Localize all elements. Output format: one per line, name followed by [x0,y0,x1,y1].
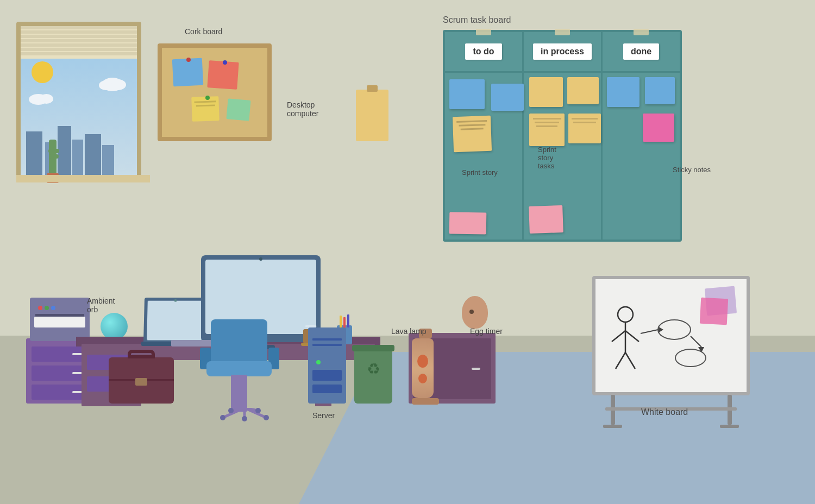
inprocess-label: in process [533,43,592,60]
server-stripe [312,344,342,346]
briefcase [109,357,174,404]
blind-slat [21,48,137,51]
blind-slat [21,43,137,47]
monitor-camera [259,257,262,261]
chair-back [211,319,267,363]
sticky-note-red [207,60,239,90]
svg-point-8 [228,408,234,413]
chair-pole [231,375,247,412]
svg-line-19 [691,336,701,347]
pushpin [186,58,191,62]
blind-slat [21,35,137,38]
trash-lid [352,345,394,351]
server-stripe [312,338,342,341]
wb-right-leg [720,395,739,428]
sticky-note [607,77,640,107]
blind-slat [21,30,137,34]
trash-can: ♻ [354,349,392,404]
printer-btn-green [45,306,49,310]
svg-point-5 [220,415,225,420]
egg-timer-eye [469,310,474,314]
tape-strip [634,29,649,35]
pencil [343,317,346,328]
sticky-note-green [226,98,250,121]
egg-timer-body [462,296,488,329]
sticky-note [491,84,524,111]
scrum-board-body [445,73,680,240]
scrum-board: to do in process done [443,30,682,242]
printer-btn-blue [51,306,55,310]
server-led [316,360,321,364]
printer-buttons [38,306,55,310]
svg-line-13 [625,331,639,342]
cork-board [158,43,272,141]
lava-lamp-body [412,338,434,398]
sticky-note-pink [529,205,563,234]
wb-left-leg [603,395,622,428]
briefcase-latch [135,378,147,386]
whiteboard-legs [603,395,739,428]
cactus-icon [47,137,59,175]
svg-line-14 [616,352,625,369]
server-drive [312,370,342,381]
sticky-note [645,77,675,104]
clipboard [356,90,388,141]
lava-lamp [412,329,439,405]
clipboard-clip [367,85,378,92]
svg-line-16 [641,330,658,333]
laptop-screen-inner [147,301,204,341]
cloud [99,75,131,91]
briefcase-handle [128,350,155,358]
scrum-col-todo-body [445,73,524,240]
egg-timer [462,296,489,331]
scrum-col-done-body [603,73,680,240]
sticky-note-blue [172,58,204,87]
tape-strip [555,29,570,35]
svg-point-21 [675,349,706,367]
sticky-note [529,77,563,107]
sprint-story-note [453,116,492,152]
sticky-note [529,114,565,146]
done-label: done [623,43,659,60]
chair-base [217,408,272,421]
lava-lamp-top [419,329,432,338]
lava-blob [418,374,427,383]
lava-lamp-foot [412,398,439,405]
sticky-note-pink-large [643,114,674,142]
blind-slat [21,52,137,55]
server-tower [308,327,346,404]
svg-point-7 [264,415,269,420]
whiteboard-crossbar [605,407,737,411]
scrum-col-todo: to do [445,32,524,71]
recycle-symbol: ♻ [367,360,380,378]
blind-slat [21,26,137,29]
sun-icon [32,61,53,83]
room: Cork board Desktop computer [0,0,815,504]
pushpin [205,96,210,100]
paper [34,317,85,327]
laptop-screen [143,298,207,344]
sticky-note [567,77,599,104]
printer-btn-red [38,306,42,310]
city-buildings [21,110,137,175]
lava-blob [417,355,428,368]
pencil [347,314,349,327]
tape-strip [476,29,491,35]
whiteboard-drawing [604,293,712,382]
chair-seat [206,361,272,376]
whiteboard-frame [592,276,750,395]
svg-point-9 [255,408,261,413]
svg-line-15 [625,352,635,369]
printer [30,298,90,341]
server-drive [312,385,342,393]
sticky-note-yellow [191,96,220,122]
whiteboard-board [592,276,750,395]
ambient-orb [101,313,128,340]
scrum-board-header: to do in process done [445,32,680,73]
windowsill [16,175,150,182]
blind-slat [21,39,137,42]
cabinet-handle [472,368,480,370]
scrum-col-inprocess-body [524,73,603,240]
cloud [29,91,56,105]
pencil [340,316,342,327]
